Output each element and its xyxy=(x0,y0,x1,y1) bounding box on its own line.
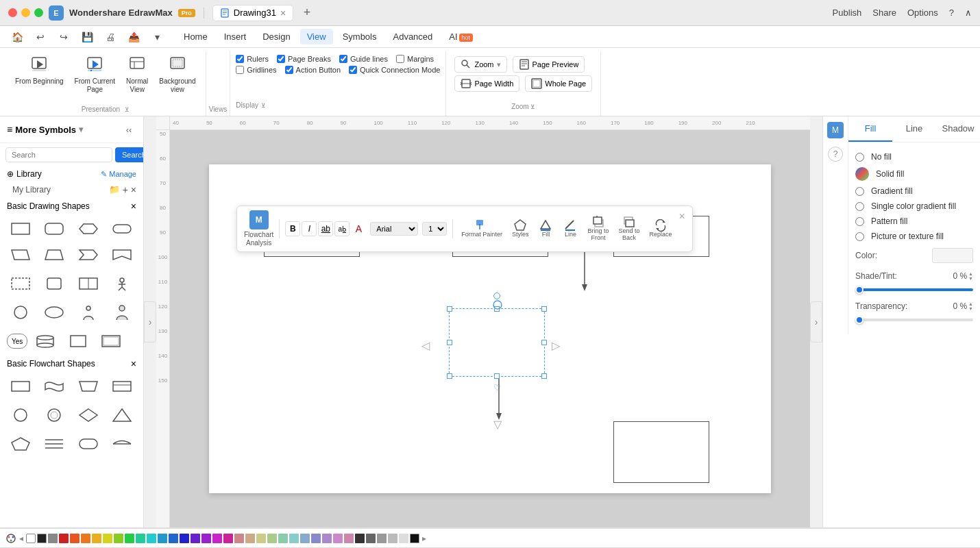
palette-right-arrow[interactable]: ▸ xyxy=(421,534,428,543)
normal-view-button[interactable]: NormalView xyxy=(122,53,152,97)
shape-rect2[interactable] xyxy=(63,329,93,353)
shape-dbl-rect[interactable] xyxy=(96,329,126,353)
shape-person3[interactable] xyxy=(107,301,137,324)
handle-ml[interactable] xyxy=(447,340,452,345)
shape-flow-lines[interactable] xyxy=(39,432,69,456)
underline-button[interactable]: ab xyxy=(318,221,333,236)
handle-bc[interactable] xyxy=(494,373,500,379)
menu-symbols[interactable]: Symbols xyxy=(336,29,384,45)
zoom-button[interactable]: Zoom ▾ xyxy=(454,56,506,73)
font-color-button[interactable]: A xyxy=(351,221,366,236)
palette-orange[interactable] xyxy=(81,534,90,543)
connect-right-arrow[interactable]: ▷ xyxy=(552,339,560,352)
handle-tl[interactable] xyxy=(447,306,452,312)
help-button[interactable]: ? xyxy=(949,8,954,18)
quick-connection-checkbox[interactable]: Quick Connection Mode xyxy=(349,66,440,74)
menu-ai[interactable]: AIhot xyxy=(442,29,480,45)
from-beginning-button[interactable]: From Beginning xyxy=(11,53,68,88)
collapse-panel-button[interactable]: ‹‹ xyxy=(121,122,136,137)
dropdown-button[interactable]: ▾ xyxy=(148,28,166,46)
palette-light-red[interactable] xyxy=(234,534,244,543)
palette-blue-purple[interactable] xyxy=(191,534,200,543)
tab-line[interactable]: Line xyxy=(892,116,936,142)
shape-half-rect[interactable] xyxy=(73,272,103,295)
redo-button[interactable]: ↪ xyxy=(55,28,73,46)
tab-shadow[interactable]: Shadow xyxy=(936,116,980,142)
undo-button[interactable]: ↩ xyxy=(32,28,49,46)
palette-medium-gray[interactable] xyxy=(366,534,376,543)
save-button[interactable]: 💾 xyxy=(78,28,96,46)
page-width-button[interactable]: Page Width xyxy=(454,75,519,92)
manage-button[interactable]: ✎ Manage xyxy=(101,170,136,179)
palette-light-green[interactable] xyxy=(267,534,277,543)
shade-slider[interactable] xyxy=(855,288,973,291)
search-input[interactable] xyxy=(5,147,112,162)
palette-gray[interactable] xyxy=(48,534,58,543)
palette-no-color[interactable] xyxy=(26,534,36,543)
shape-hexagon[interactable] xyxy=(73,217,103,240)
shape-flow-trapezoid[interactable] xyxy=(73,375,103,398)
palette-magenta[interactable] xyxy=(212,534,222,543)
shape-chevron[interactable] xyxy=(73,243,103,266)
pattern-fill-option[interactable]: Pattern fill xyxy=(855,214,973,229)
publish-button[interactable]: Publish xyxy=(833,8,862,18)
shape-flow-pentagon[interactable] xyxy=(5,432,36,456)
palette-yellow[interactable] xyxy=(103,534,112,543)
shape-flow-wave[interactable] xyxy=(39,375,69,398)
shape-flow-diamond[interactable] xyxy=(73,403,103,427)
shape-flow-process[interactable] xyxy=(5,375,36,398)
palette-light-yellow[interactable] xyxy=(256,534,266,543)
minimize-button[interactable] xyxy=(21,8,30,17)
selected-shape[interactable]: ♡ xyxy=(449,308,545,377)
single-gradient-option[interactable]: Single color gradient fill xyxy=(855,199,973,214)
shape-flow-arc[interactable] xyxy=(107,432,137,456)
share-button[interactable]: Share xyxy=(872,8,896,18)
palette-pink[interactable] xyxy=(223,534,233,543)
connect-left-arrow[interactable]: ◁ xyxy=(421,339,430,352)
shape-flow-circle[interactable] xyxy=(5,403,36,427)
menu-insert[interactable]: Insert xyxy=(217,29,254,45)
shade-up-arrow[interactable]: ▲ xyxy=(968,271,973,276)
options-button[interactable]: Options xyxy=(907,8,938,18)
canvas[interactable]: M FlowchartAnalysis B I ab ab̲ A xyxy=(170,130,810,527)
category-close-icon[interactable]: × xyxy=(131,201,136,212)
collapse-sidebar-button[interactable]: › xyxy=(144,301,156,342)
diagram-page[interactable]: M FlowchartAnalysis B I ab ab̲ A xyxy=(209,164,771,493)
rotate-handle[interactable] xyxy=(493,292,500,299)
print-button[interactable]: 🖨 xyxy=(101,28,119,46)
library-expand-icon[interactable]: ⊕ xyxy=(7,169,14,179)
palette-light-teal[interactable] xyxy=(289,534,299,543)
new-tab-button[interactable]: + xyxy=(299,5,315,21)
styles-button[interactable]: Styles xyxy=(509,218,532,240)
search-button[interactable]: Search xyxy=(115,147,144,162)
menu-design[interactable]: Design xyxy=(256,29,297,45)
flowchart-category-close-icon[interactable]: × xyxy=(131,358,136,369)
handle-bl[interactable] xyxy=(447,373,452,379)
close-button[interactable] xyxy=(8,8,17,17)
palette-yellow-orange[interactable] xyxy=(92,534,101,543)
add-library-icon[interactable]: + xyxy=(123,184,128,195)
italic-button[interactable]: I xyxy=(302,221,317,236)
palette-green[interactable] xyxy=(125,534,134,543)
palette-light-gray[interactable] xyxy=(377,534,387,543)
fullscreen-button[interactable] xyxy=(34,8,43,17)
guide-lines-checkbox[interactable]: Guide lines xyxy=(339,55,388,63)
shape-cylinder[interactable] xyxy=(30,329,60,353)
replace-button[interactable]: Replace xyxy=(646,218,674,240)
palette-blue[interactable] xyxy=(169,534,178,543)
palette-left-arrow[interactable]: ◂ xyxy=(18,534,25,543)
shape-flow-circle2[interactable] xyxy=(39,403,69,427)
from-current-page-button[interactable]: From CurrentPage xyxy=(71,53,119,97)
bold-button[interactable]: B xyxy=(285,221,300,236)
background-view-button[interactable]: Backgroundview xyxy=(155,53,199,97)
palette-peach[interactable] xyxy=(245,534,255,543)
palette-black[interactable] xyxy=(37,534,47,543)
shape-flow-stripe[interactable] xyxy=(107,375,137,398)
palette-rose[interactable] xyxy=(344,534,354,543)
panel-main-icon[interactable]: M xyxy=(827,122,844,138)
shape-rect[interactable] xyxy=(5,217,36,240)
page-breaks-checkbox[interactable]: Page Breaks xyxy=(277,55,331,63)
shape-rounded-rect[interactable] xyxy=(39,217,69,240)
shape-rounded-sq[interactable] xyxy=(39,272,69,295)
send-to-back-button[interactable]: Send toBack xyxy=(615,214,642,243)
